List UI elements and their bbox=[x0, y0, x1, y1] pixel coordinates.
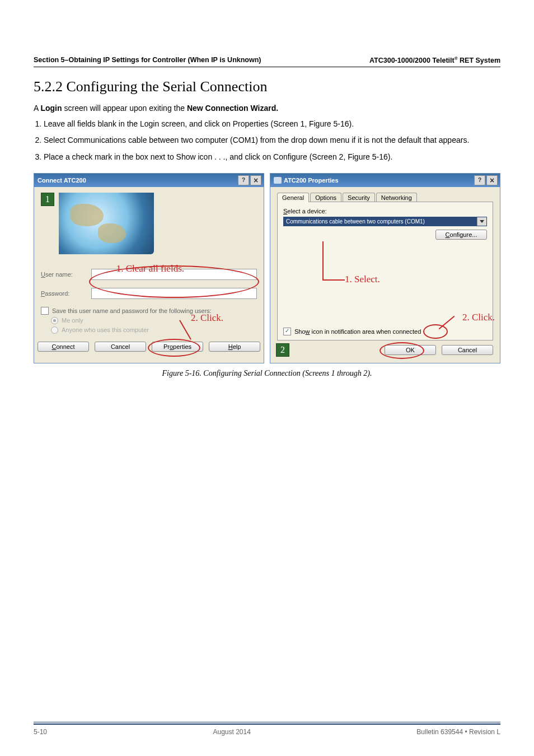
tab-networking[interactable]: Networking bbox=[376, 193, 417, 202]
select-device-label: Select a device: bbox=[283, 208, 487, 214]
globe-image bbox=[59, 193, 154, 254]
annotation-click-properties: 2. Click. bbox=[191, 312, 223, 324]
device-combobox[interactable]: Communications cable between two compute… bbox=[283, 217, 487, 226]
help-icon[interactable] bbox=[474, 175, 485, 185]
intro-paragraph: A Login screen will appear upon exiting … bbox=[34, 103, 500, 114]
save-credentials-label: Save this user name and password for the… bbox=[52, 307, 212, 314]
properties-dialog-titlebar[interactable]: ATC200 Properties bbox=[270, 174, 500, 187]
figure-caption: Figure 5-16. Configuring Serial Connecti… bbox=[34, 369, 500, 378]
header-left: Section 5–Obtaining IP Settings for Cont… bbox=[34, 56, 261, 64]
close-icon[interactable] bbox=[250, 175, 261, 185]
cancel-button[interactable]: Cancel bbox=[95, 342, 146, 352]
radio-anyone-label: Anyone who uses this computer bbox=[62, 326, 149, 333]
tabs: General Options Security Networking bbox=[277, 193, 493, 202]
phone-icon bbox=[274, 177, 282, 184]
password-label: Password: bbox=[41, 290, 86, 297]
cancel-button[interactable]: Cancel bbox=[442, 345, 493, 355]
help-icon[interactable] bbox=[238, 175, 249, 185]
tab-general[interactable]: General bbox=[277, 193, 309, 202]
screen-number-badge-1: 1 bbox=[41, 193, 54, 206]
connect-button[interactable]: Connect bbox=[38, 342, 89, 352]
connect-dialog-titlebar[interactable]: Connect ATC200 bbox=[34, 174, 264, 187]
save-credentials-checkbox[interactable] bbox=[41, 307, 49, 315]
annotation-click-checkbox: 2. Click. bbox=[462, 312, 495, 323]
password-field[interactable] bbox=[91, 288, 257, 299]
steps-list: Leave all fields blank in the Login scre… bbox=[34, 119, 500, 163]
header-right: ATC300-1000/2000 Teletilt® RET System bbox=[369, 56, 500, 64]
step-3: Place a check mark in the box next to Sh… bbox=[44, 152, 500, 163]
properties-dialog-title: ATC200 Properties bbox=[284, 177, 339, 184]
screen-number-badge-2: 2 bbox=[276, 343, 289, 357]
radio-me-only-label: Me only bbox=[62, 317, 83, 324]
step-1: Leave all fields blank in the Login scre… bbox=[44, 119, 500, 130]
show-icon-checkbox[interactable] bbox=[283, 328, 291, 335]
tab-options[interactable]: Options bbox=[310, 193, 341, 202]
figure-container: Connect ATC200 1 User name: 1. Clear all… bbox=[34, 173, 500, 363]
footer-date: August 2014 bbox=[213, 728, 251, 736]
annotation-select: 1. Select. bbox=[345, 274, 380, 285]
close-icon[interactable] bbox=[486, 175, 498, 185]
show-icon-label: Show icon in notification area when conn… bbox=[294, 328, 421, 335]
radio-anyone[interactable] bbox=[51, 326, 58, 334]
tab-security[interactable]: Security bbox=[343, 193, 375, 202]
configure-button[interactable]: Configure... bbox=[435, 230, 487, 240]
footer-page: 5-10 bbox=[34, 728, 47, 736]
page-footer: 5-10 August 2014 Bulletin 639544 • Revis… bbox=[34, 724, 500, 736]
section-heading: 5.2.2 Configuring the Serial Connection bbox=[34, 78, 500, 95]
annotation-clear-fields: 1. Clear all fields. bbox=[116, 263, 184, 274]
ok-button[interactable]: OK bbox=[385, 345, 436, 355]
properties-button[interactable]: Properties bbox=[152, 342, 203, 352]
footer-bulletin: Bulletin 639544 • Revision L bbox=[416, 728, 500, 736]
device-combobox-value: Communications cable between two compute… bbox=[284, 217, 477, 226]
general-tab-panel: Select a device: Communications cable be… bbox=[277, 202, 493, 340]
connect-dialog-title: Connect ATC200 bbox=[38, 177, 86, 184]
help-button[interactable]: Help bbox=[209, 342, 260, 352]
step-2: Select Communications cable between two … bbox=[44, 135, 500, 146]
properties-dialog: ATC200 Properties General Options Securi… bbox=[270, 173, 500, 363]
radio-me-only[interactable] bbox=[51, 317, 58, 324]
running-header: Section 5–Obtaining IP Settings for Cont… bbox=[34, 56, 500, 67]
chevron-down-icon[interactable] bbox=[477, 217, 486, 226]
username-label: User name: bbox=[41, 271, 86, 278]
connect-dialog: Connect ATC200 1 User name: 1. Clear all… bbox=[34, 173, 264, 363]
